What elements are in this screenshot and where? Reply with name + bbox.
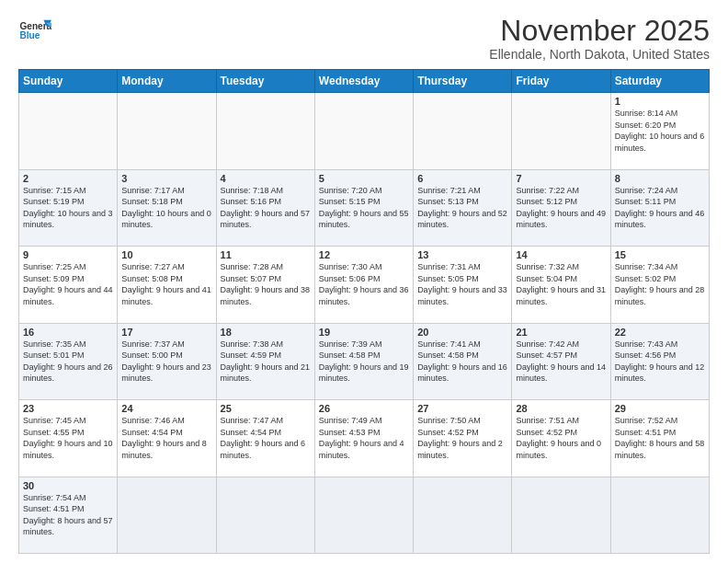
table-row: 10Sunrise: 7:27 AM Sunset: 5:08 PM Dayli…: [118, 247, 216, 323]
table-row: [414, 477, 512, 553]
day-info: Sunrise: 7:35 AM Sunset: 5:01 PM Dayligh…: [23, 339, 113, 385]
table-row: [216, 477, 314, 553]
table-row: [118, 477, 216, 553]
day-number: 17: [121, 327, 211, 338]
table-row: 12Sunrise: 7:30 AM Sunset: 5:06 PM Dayli…: [314, 247, 413, 323]
day-number: 1: [615, 96, 705, 107]
day-info: Sunrise: 7:17 AM Sunset: 5:18 PM Dayligh…: [121, 185, 211, 231]
calendar-week-row: 2Sunrise: 7:15 AM Sunset: 5:19 PM Daylig…: [19, 169, 710, 246]
day-info: Sunrise: 7:52 AM Sunset: 4:51 PM Dayligh…: [615, 415, 705, 461]
day-info: Sunrise: 7:28 AM Sunset: 5:07 PM Dayligh…: [221, 261, 311, 307]
day-info: Sunrise: 7:41 AM Sunset: 4:58 PM Dayligh…: [417, 339, 507, 385]
table-row: 9Sunrise: 7:25 AM Sunset: 5:09 PM Daylig…: [19, 247, 118, 323]
day-info: Sunrise: 7:47 AM Sunset: 4:54 PM Dayligh…: [221, 415, 311, 461]
day-info: Sunrise: 7:45 AM Sunset: 4:55 PM Dayligh…: [23, 415, 113, 461]
month-title: November 2025: [489, 15, 710, 47]
table-row: 7Sunrise: 7:22 AM Sunset: 5:12 PM Daylig…: [512, 169, 610, 246]
calendar-table: Sunday Monday Tuesday Wednesday Thursday…: [18, 69, 710, 554]
day-number: 11: [221, 249, 311, 260]
table-row: 3Sunrise: 7:17 AM Sunset: 5:18 PM Daylig…: [118, 169, 216, 246]
day-info: Sunrise: 7:38 AM Sunset: 4:59 PM Dayligh…: [221, 339, 311, 385]
table-row: 1Sunrise: 8:14 AM Sunset: 6:20 PM Daylig…: [610, 93, 709, 169]
day-number: 24: [121, 403, 211, 414]
page-header: General Blue November 2025 Ellendale, No…: [18, 15, 710, 62]
table-row: 18Sunrise: 7:38 AM Sunset: 4:59 PM Dayli…: [216, 323, 314, 399]
col-friday: Friday: [512, 70, 610, 93]
day-number: 9: [23, 249, 113, 260]
table-row: 25Sunrise: 7:47 AM Sunset: 4:54 PM Dayli…: [216, 400, 314, 477]
day-info: Sunrise: 7:46 AM Sunset: 4:54 PM Dayligh…: [121, 415, 211, 461]
day-number: 28: [516, 403, 606, 414]
day-number: 23: [23, 403, 113, 414]
calendar-week-row: 1Sunrise: 8:14 AM Sunset: 6:20 PM Daylig…: [19, 93, 710, 169]
day-info: Sunrise: 7:50 AM Sunset: 4:52 PM Dayligh…: [417, 415, 507, 461]
day-number: 16: [23, 327, 113, 338]
day-info: Sunrise: 7:24 AM Sunset: 5:11 PM Dayligh…: [615, 185, 705, 231]
table-row: [314, 477, 413, 553]
day-number: 30: [23, 480, 113, 491]
table-row: 30Sunrise: 7:54 AM Sunset: 4:51 PM Dayli…: [19, 477, 118, 553]
day-info: Sunrise: 7:20 AM Sunset: 5:15 PM Dayligh…: [319, 185, 409, 231]
day-info: Sunrise: 7:31 AM Sunset: 5:05 PM Dayligh…: [417, 261, 507, 307]
day-info: Sunrise: 7:27 AM Sunset: 5:08 PM Dayligh…: [121, 261, 211, 307]
day-number: 18: [221, 327, 311, 338]
day-info: Sunrise: 7:51 AM Sunset: 4:52 PM Dayligh…: [516, 415, 606, 461]
day-number: 6: [417, 173, 507, 184]
day-number: 20: [417, 327, 507, 338]
table-row: 15Sunrise: 7:34 AM Sunset: 5:02 PM Dayli…: [610, 247, 709, 323]
table-row: 6Sunrise: 7:21 AM Sunset: 5:13 PM Daylig…: [414, 169, 512, 246]
day-info: Sunrise: 7:15 AM Sunset: 5:19 PM Dayligh…: [23, 185, 113, 231]
day-number: 7: [516, 173, 606, 184]
day-info: Sunrise: 7:37 AM Sunset: 5:00 PM Dayligh…: [121, 339, 211, 385]
table-row: 19Sunrise: 7:39 AM Sunset: 4:58 PM Dayli…: [314, 323, 413, 399]
table-row: 11Sunrise: 7:28 AM Sunset: 5:07 PM Dayli…: [216, 247, 314, 323]
table-row: [512, 93, 610, 169]
table-row: 8Sunrise: 7:24 AM Sunset: 5:11 PM Daylig…: [610, 169, 709, 246]
day-number: 19: [319, 327, 409, 338]
title-block: November 2025 Ellendale, North Dakota, U…: [489, 15, 710, 62]
table-row: 14Sunrise: 7:32 AM Sunset: 5:04 PM Dayli…: [512, 247, 610, 323]
col-sunday: Sunday: [19, 70, 118, 93]
day-info: Sunrise: 7:32 AM Sunset: 5:04 PM Dayligh…: [516, 261, 606, 307]
table-row: 22Sunrise: 7:43 AM Sunset: 4:56 PM Dayli…: [610, 323, 709, 399]
table-row: [314, 93, 413, 169]
day-number: 15: [615, 249, 705, 260]
calendar-week-row: 23Sunrise: 7:45 AM Sunset: 4:55 PM Dayli…: [19, 400, 710, 477]
table-row: 4Sunrise: 7:18 AM Sunset: 5:16 PM Daylig…: [216, 169, 314, 246]
svg-text:Blue: Blue: [19, 30, 40, 40]
day-info: Sunrise: 7:21 AM Sunset: 5:13 PM Dayligh…: [417, 185, 507, 231]
day-info: Sunrise: 7:42 AM Sunset: 4:57 PM Dayligh…: [516, 339, 606, 385]
table-row: [512, 477, 610, 553]
day-info: Sunrise: 7:25 AM Sunset: 5:09 PM Dayligh…: [23, 261, 113, 307]
location-title: Ellendale, North Dakota, United States: [489, 47, 710, 62]
table-row: 16Sunrise: 7:35 AM Sunset: 5:01 PM Dayli…: [19, 323, 118, 399]
table-row: [414, 93, 512, 169]
logo-icon: General Blue: [18, 15, 51, 48]
day-number: 3: [121, 173, 211, 184]
logo: General Blue: [18, 15, 51, 48]
table-row: 2Sunrise: 7:15 AM Sunset: 5:19 PM Daylig…: [19, 169, 118, 246]
day-info: Sunrise: 8:14 AM Sunset: 6:20 PM Dayligh…: [615, 108, 705, 154]
col-saturday: Saturday: [610, 70, 709, 93]
table-row: [118, 93, 216, 169]
table-row: 29Sunrise: 7:52 AM Sunset: 4:51 PM Dayli…: [610, 400, 709, 477]
table-row: 24Sunrise: 7:46 AM Sunset: 4:54 PM Dayli…: [118, 400, 216, 477]
table-row: 20Sunrise: 7:41 AM Sunset: 4:58 PM Dayli…: [414, 323, 512, 399]
day-number: 2: [23, 173, 113, 184]
calendar-week-row: 9Sunrise: 7:25 AM Sunset: 5:09 PM Daylig…: [19, 247, 710, 323]
day-info: Sunrise: 7:49 AM Sunset: 4:53 PM Dayligh…: [319, 415, 409, 461]
table-row: 27Sunrise: 7:50 AM Sunset: 4:52 PM Dayli…: [414, 400, 512, 477]
table-row: 17Sunrise: 7:37 AM Sunset: 5:00 PM Dayli…: [118, 323, 216, 399]
day-info: Sunrise: 7:34 AM Sunset: 5:02 PM Dayligh…: [615, 261, 705, 307]
day-number: 12: [319, 249, 409, 260]
day-number: 13: [417, 249, 507, 260]
table-row: 21Sunrise: 7:42 AM Sunset: 4:57 PM Dayli…: [512, 323, 610, 399]
table-row: 23Sunrise: 7:45 AM Sunset: 4:55 PM Dayli…: [19, 400, 118, 477]
day-number: 25: [221, 403, 311, 414]
calendar-week-row: 16Sunrise: 7:35 AM Sunset: 5:01 PM Dayli…: [19, 323, 710, 399]
day-number: 4: [221, 173, 311, 184]
day-info: Sunrise: 7:54 AM Sunset: 4:51 PM Dayligh…: [23, 492, 113, 538]
day-info: Sunrise: 7:39 AM Sunset: 4:58 PM Dayligh…: [319, 339, 409, 385]
day-number: 10: [121, 249, 211, 260]
col-thursday: Thursday: [414, 70, 512, 93]
